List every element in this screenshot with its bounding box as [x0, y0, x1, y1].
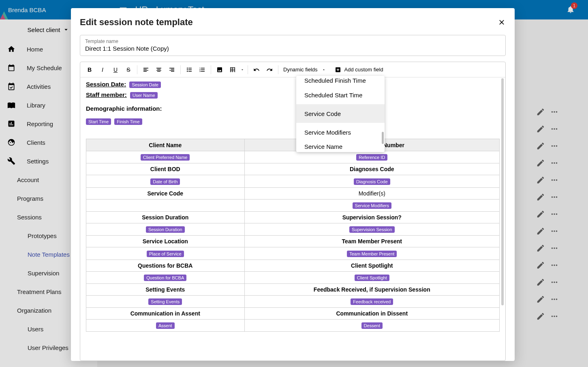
table-label-cell: Session Duration — [86, 211, 245, 223]
table-chip[interactable]: Setting Events — [148, 298, 182, 305]
session-date-label: Session Date: — [86, 81, 126, 88]
table-chip[interactable]: Supervision Session — [349, 226, 395, 233]
dropdown-item[interactable]: Service Code — [296, 104, 385, 123]
table-label-cell: Client BOD — [86, 163, 245, 175]
table-row: Communication in AssentCommunication in … — [86, 308, 500, 320]
close-icon[interactable] — [498, 18, 506, 26]
table-icon[interactable] — [227, 64, 239, 76]
table-chip[interactable]: Reference ID — [356, 154, 387, 161]
table-chip[interactable]: Diagnosis Code — [354, 178, 390, 185]
finish-time-chip[interactable]: Finish Time — [114, 118, 142, 125]
underline-icon[interactable]: U — [109, 64, 122, 76]
table-chip[interactable]: Team Member Present — [347, 251, 397, 257]
table-label-cell: Communication in Dissent — [244, 308, 499, 320]
bullet-list-icon[interactable] — [183, 64, 195, 76]
table-label-cell: Communication in Assent — [86, 308, 245, 320]
table-chip[interactable]: Question for BCBA — [144, 275, 186, 281]
table-label-cell: Setting Events — [86, 283, 245, 295]
undo-icon[interactable] — [250, 64, 263, 76]
table-chip-cell — [86, 199, 245, 211]
editor-content[interactable]: Session Date: Session Date Staff member:… — [80, 77, 505, 361]
table-chip-cell: Place of Service — [86, 247, 245, 260]
table-chip[interactable]: Service Modifiers — [353, 202, 391, 209]
table-label-cell: Client Spotlight — [244, 260, 499, 271]
table-chip-cell: Diagnosis Code — [244, 175, 499, 187]
editor-toolbar: B I U S Dynamic fields — [80, 62, 505, 77]
template-name-label: Template name — [85, 39, 500, 44]
table-chip[interactable]: Place of Service — [147, 251, 184, 257]
table-label-cell: Team Member Present — [244, 236, 499, 247]
staff-label: Staff member: — [86, 91, 127, 98]
table-row: Service LocationTeam Member Present — [86, 236, 500, 247]
table-dropdown-icon[interactable] — [239, 64, 245, 76]
rich-editor: B I U S Dynamic fields — [80, 62, 506, 361]
table-chip-cell: Question for BCBA — [86, 271, 245, 283]
dropdown-item[interactable]: Service Modifiers — [296, 123, 385, 142]
table-chip-cell: Assent — [86, 320, 245, 332]
table-chip-cell: Supervision Session — [244, 223, 499, 235]
table-chip-cell: Session Duration — [86, 223, 245, 235]
table-row: Question for BCBAClient Spotlight — [86, 271, 500, 283]
table-chip-cell: Team Member Present — [244, 247, 499, 260]
dropdown-item[interactable]: Service Name — [296, 142, 385, 151]
table-row: Date of BirthDiagnosis Code — [86, 175, 500, 187]
table-chip-cell: Date of Birth — [86, 175, 245, 187]
italic-icon[interactable]: I — [96, 64, 109, 76]
table-chip-cell: Client Spotlight — [244, 271, 499, 283]
number-list-icon[interactable] — [196, 64, 208, 76]
redo-icon[interactable] — [263, 64, 276, 76]
table-chip[interactable]: Session Duration — [146, 226, 185, 233]
scrollbar-thumb[interactable] — [501, 78, 504, 305]
table-row: Place of ServiceTeam Member Present — [86, 247, 500, 260]
dynamic-fields-menu: Scheduled Finish TimeScheduled Start Tim… — [296, 76, 385, 152]
align-center-icon[interactable] — [153, 64, 165, 76]
table-row: Setting EventsFeedback received — [86, 295, 500, 307]
align-right-icon[interactable] — [166, 64, 178, 76]
table-chip[interactable]: Feedback received — [351, 298, 393, 305]
start-time-chip[interactable]: Start Time — [86, 118, 111, 125]
template-name-input[interactable] — [85, 45, 500, 52]
svg-point-42 — [187, 69, 188, 70]
dynamic-fields-label: Dynamic fields — [283, 67, 318, 73]
image-icon[interactable] — [214, 64, 226, 76]
table-chip[interactable]: Client Spotlight — [355, 275, 389, 281]
user-name-chip[interactable]: User Name — [130, 92, 158, 99]
align-left-icon[interactable] — [140, 64, 152, 76]
svg-point-43 — [187, 71, 188, 72]
table-chip-cell: Setting Events — [86, 295, 245, 307]
table-chip[interactable]: Dessent — [361, 322, 383, 329]
table-chip[interactable]: Client Preferred Name — [141, 154, 190, 161]
table-chip[interactable]: Date of Birth — [150, 178, 180, 185]
table-row: Setting EventsFeedback Received, if Supe… — [86, 283, 500, 295]
dropdown-scrollbar[interactable] — [382, 132, 384, 144]
edit-template-modal: Edit session note template Template name… — [71, 8, 515, 361]
table-chip-cell: Client Preferred Name — [86, 151, 245, 163]
template-name-field[interactable]: Template name — [80, 35, 506, 56]
table-label-cell: Questions for BCBA — [86, 260, 245, 271]
table-row: Questions for BCBAClient Spotlight — [86, 260, 500, 271]
table-plain-cell: Modifier(s) — [244, 187, 499, 199]
table-chip-cell: Dessent — [244, 320, 499, 332]
table-label-cell: Service Location — [86, 236, 245, 247]
table-row: Session DurationSupervision Session — [86, 223, 500, 235]
th-client-name: Client Name — [86, 139, 245, 151]
table-row: Client BODDiagnoses Code — [86, 163, 500, 175]
dropdown-item[interactable]: Scheduled Finish Time — [296, 76, 385, 86]
demographic-label: Demographic information: — [86, 105, 500, 112]
add-custom-label: Add custom field — [344, 67, 383, 73]
dropdown-item[interactable]: Scheduled Start Time — [296, 86, 385, 104]
table-row: Service CodeModifier(s) — [86, 187, 500, 199]
strike-icon[interactable]: S — [122, 64, 135, 76]
session-date-chip[interactable]: Session Date — [129, 82, 160, 88]
table-row: Session DurationSupervision Session? — [86, 211, 500, 223]
table-row: Service Modifiers — [86, 199, 500, 211]
dynamic-fields-dropdown[interactable]: Dynamic fields — [281, 67, 328, 73]
bold-icon[interactable]: B — [83, 64, 96, 76]
chevron-up-icon — [322, 68, 326, 72]
table-row: AssentDessent — [86, 320, 500, 332]
table-label-cell: Service Code — [86, 187, 245, 199]
table-chip-cell: Service Modifiers — [244, 199, 499, 211]
add-custom-field-btn[interactable]: Add custom field — [332, 67, 386, 73]
table-chip[interactable]: Assent — [156, 322, 175, 329]
table-label-cell: Feedback Received, if Supervision Sessio… — [244, 283, 499, 295]
